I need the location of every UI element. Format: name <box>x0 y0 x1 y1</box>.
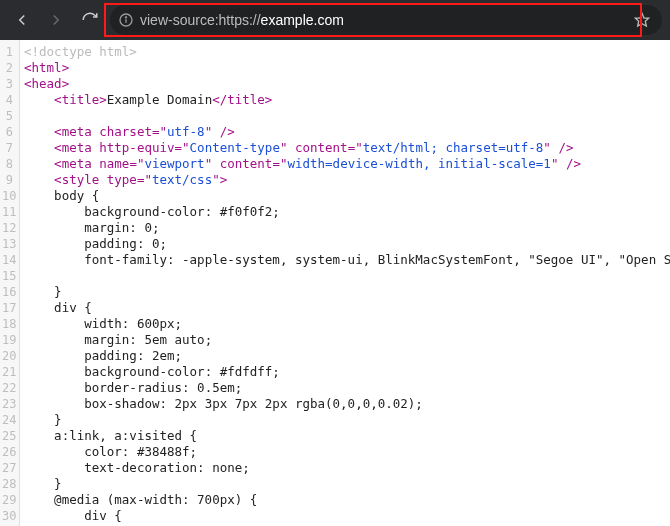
line-number: 5 <box>2 108 13 124</box>
line-number: 19 <box>2 332 13 348</box>
code-line: text-decoration: none; <box>24 460 670 476</box>
line-number: 2 <box>2 60 13 76</box>
forward-button[interactable] <box>42 6 70 34</box>
code-line: <meta http-equiv="Content-type" content=… <box>24 140 670 156</box>
line-number: 23 <box>2 396 13 412</box>
line-number: 21 <box>2 364 13 380</box>
code-line <box>24 108 670 124</box>
code-line: padding: 2em; <box>24 348 670 364</box>
line-number: 15 <box>2 268 13 284</box>
code-line: <html> <box>24 60 670 76</box>
code-line: box-shadow: 2px 3px 7px 2px rgba(0,0,0,0… <box>24 396 670 412</box>
star-icon <box>634 12 650 28</box>
line-number: 26 <box>2 444 13 460</box>
source-code[interactable]: <!doctype html><html><head> <title>Examp… <box>20 40 670 526</box>
code-line: <meta charset="utf-8" /> <box>24 124 670 140</box>
address-bar[interactable]: view-source:https://example.com <box>110 5 662 35</box>
line-number: 3 <box>2 76 13 92</box>
code-line <box>24 268 670 284</box>
line-number: 25 <box>2 428 13 444</box>
browser-toolbar: view-source:https://example.com <box>0 0 670 40</box>
line-number: 30 <box>2 508 13 524</box>
info-icon <box>118 12 134 28</box>
code-line: margin: 5em auto; <box>24 332 670 348</box>
line-number: 27 <box>2 460 13 476</box>
back-button[interactable] <box>8 6 36 34</box>
code-line: body { <box>24 188 670 204</box>
code-line: <!doctype html> <box>24 44 670 60</box>
code-line: a:link, a:visited { <box>24 428 670 444</box>
line-number-gutter: 1234567891011121314151617181920212223242… <box>0 40 20 526</box>
code-line: <meta name="viewport" content="width=dev… <box>24 156 670 172</box>
line-number: 4 <box>2 92 13 108</box>
line-number: 10 <box>2 188 13 204</box>
code-line: <title>Example Domain</title> <box>24 92 670 108</box>
line-number: 18 <box>2 316 13 332</box>
code-line: <style type="text/css"> <box>24 172 670 188</box>
line-number: 13 <box>2 236 13 252</box>
code-line: padding: 0; <box>24 236 670 252</box>
code-line: <head> <box>24 76 670 92</box>
code-line: div { <box>24 300 670 316</box>
line-number: 11 <box>2 204 13 220</box>
url-display[interactable]: view-source:https://example.com <box>140 12 624 28</box>
line-number: 9 <box>2 172 13 188</box>
code-line: font-family: -apple-system, system-ui, B… <box>24 252 670 268</box>
line-number: 14 <box>2 252 13 268</box>
view-source-pane: 1234567891011121314151617181920212223242… <box>0 40 670 526</box>
url-prefix: view-source:https:// <box>140 12 261 28</box>
code-line: } <box>24 476 670 492</box>
line-number: 7 <box>2 140 13 156</box>
bookmark-button[interactable] <box>630 8 654 32</box>
line-number: 29 <box>2 492 13 508</box>
code-line: color: #38488f; <box>24 444 670 460</box>
svg-point-2 <box>125 17 126 18</box>
line-number: 8 <box>2 156 13 172</box>
reload-icon <box>81 11 99 29</box>
url-host: example.com <box>261 12 344 28</box>
code-line: } <box>24 284 670 300</box>
line-number: 12 <box>2 220 13 236</box>
line-number: 28 <box>2 476 13 492</box>
code-line: div { <box>24 508 670 524</box>
code-line: background-color: #fdfdff; <box>24 364 670 380</box>
line-number: 1 <box>2 44 13 60</box>
code-line: } <box>24 412 670 428</box>
code-line: @media (max-width: 700px) { <box>24 492 670 508</box>
line-number: 20 <box>2 348 13 364</box>
line-number: 17 <box>2 300 13 316</box>
line-number: 6 <box>2 124 13 140</box>
code-line: margin: 0; <box>24 220 670 236</box>
arrow-left-icon <box>13 11 31 29</box>
arrow-right-icon <box>47 11 65 29</box>
svg-marker-3 <box>635 13 648 26</box>
line-number: 24 <box>2 412 13 428</box>
reload-button[interactable] <box>76 6 104 34</box>
line-number: 16 <box>2 284 13 300</box>
line-number: 22 <box>2 380 13 396</box>
code-line: border-radius: 0.5em; <box>24 380 670 396</box>
code-line: width: 600px; <box>24 316 670 332</box>
code-line: background-color: #f0f0f2; <box>24 204 670 220</box>
